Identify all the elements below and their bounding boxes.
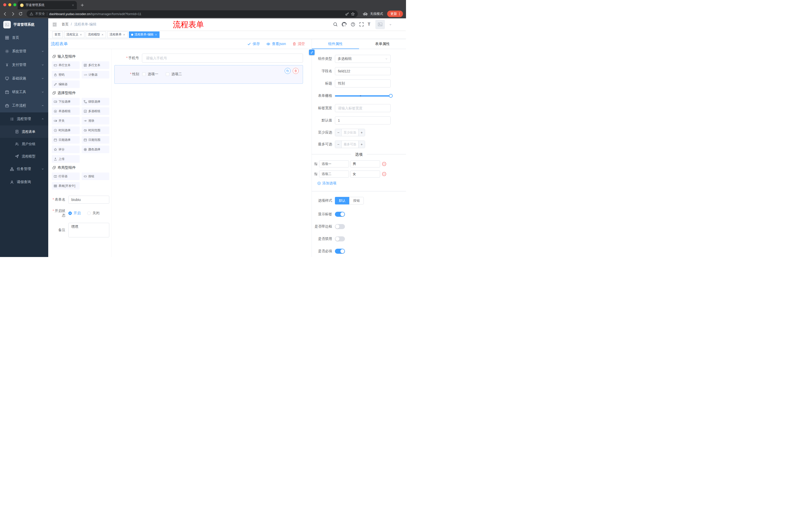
slider-handle[interactable] [389,94,393,98]
window-minimize-button[interactable] [8,3,11,6]
clear-button[interactable]: 清空 [292,42,305,46]
increase-button[interactable]: + [358,129,365,136]
sidebar-item-infrastructure[interactable]: 基础设施 [0,72,48,85]
sidebar-item-payment[interactable]: 支付管理 [0,58,48,72]
tag-process-model[interactable]: 流程模型 [86,31,106,38]
drag-handle-icon[interactable] [314,162,318,166]
default-value-input[interactable] [335,116,391,125]
bookmark-star-icon[interactable] [351,12,355,16]
decrease-button[interactable]: − [335,129,342,136]
tab-form-props[interactable]: 表单属性 [359,39,406,49]
sidebar-item-process-model[interactable]: 流程模型 [0,150,48,162]
field-name-input[interactable] [335,67,391,75]
tag-process-definition[interactable]: 流程定义 [64,31,84,38]
forward-button[interactable] [11,12,15,16]
chip-editor[interactable]: 编辑器 [52,80,80,88]
chip-rate[interactable]: 评分 [52,145,80,153]
option-value-input[interactable] [350,170,380,178]
chip-slider[interactable]: 滑块 [82,117,110,125]
grid-slider[interactable] [335,92,391,100]
remove-option-button[interactable] [382,172,386,176]
form-name-input[interactable] [68,196,109,204]
chip-upload[interactable]: 上传 [52,155,80,163]
sidebar-item-task-management[interactable]: 任务管理 [0,162,48,175]
fullscreen-icon[interactable] [359,22,364,27]
help-icon[interactable] [351,22,355,27]
chip-multi-line-text[interactable]: 多行文本 [82,61,110,69]
show-label-switch[interactable] [335,212,345,217]
chip-password[interactable]: 密码 [52,71,80,78]
reload-button[interactable] [19,12,23,16]
decrease-button[interactable]: − [335,141,342,148]
tag-close-icon[interactable] [80,33,82,36]
required-switch[interactable] [335,249,345,254]
chip-time-range[interactable]: 时间范围 [82,127,110,134]
chip-select[interactable]: 下拉选择 [52,98,80,105]
option-value-input[interactable] [350,160,380,167]
remove-option-button[interactable] [382,162,386,166]
sidebar-item-workflow[interactable]: 工作流程 [0,99,48,112]
tag-close-icon[interactable] [155,33,157,36]
label-width-input[interactable] [335,104,391,112]
update-button[interactable]: 更新 [387,10,403,17]
tag-process-form[interactable]: 流程表单 [107,31,127,38]
component-type-select[interactable]: 多选框组 [335,55,391,63]
github-icon[interactable] [342,22,347,27]
tag-process-form-edit[interactable]: 流程表单-编辑 [129,31,160,38]
browser-tab[interactable]: 芋道管理系统 [18,1,77,9]
new-tab-button[interactable] [80,3,84,7]
address-bar[interactable]: 不安全 dashboard.yudao.iocoder.cn/bpm/manag… [27,10,358,17]
chip-single-line-text[interactable]: 单行文本 [52,61,80,69]
option-label-input[interactable] [319,170,349,178]
form-canvas[interactable]: *手机号 *性别 [112,49,312,257]
radio-closed[interactable]: 关闭 [87,211,99,216]
checkbox-option-2[interactable]: 选项二 [166,72,182,77]
sidebar-item-leave-query[interactable]: 请假查询 [0,175,48,189]
option-label-input[interactable] [319,160,349,167]
style-button-button[interactable]: 按钮 [349,197,364,205]
breadcrumb-home[interactable]: 首页 [62,22,68,27]
chip-switch[interactable]: 开关 [52,117,80,125]
tag-close-icon[interactable] [101,33,104,36]
style-default-button[interactable]: 默认 [335,197,349,205]
font-size-icon[interactable]: T [368,22,370,27]
window-zoom-button[interactable] [13,3,16,6]
copy-field-button[interactable] [285,68,291,74]
chip-counter[interactable]: 计数器 [82,71,110,78]
password-key-icon[interactable] [345,12,349,16]
border-switch[interactable] [335,224,345,229]
delete-field-button[interactable] [293,68,299,74]
sidebar-item-process-management[interactable]: 流程管理 [0,112,48,126]
sidebar-item-dev-tools[interactable]: 研发工具 [0,85,48,99]
view-json-button[interactable]: 查看json [266,42,286,46]
chip-time-picker[interactable]: 时间选择 [52,127,80,134]
chip-radio-group[interactable]: 单选框组 [52,107,80,115]
sidebar-item-user-group[interactable]: 用户分组 [0,138,48,150]
sidebar-item-home[interactable]: 首页 [0,31,48,45]
tab-component-props[interactable]: 组件属性 [312,39,359,49]
min-select-input[interactable] [342,129,358,136]
avatar[interactable] [375,20,385,29]
tag-close-icon[interactable] [123,33,125,36]
add-option-button[interactable]: 添加选项 [317,181,337,186]
chip-cascader[interactable]: 级联选择 [82,98,110,105]
chip-row-container[interactable]: 行容器 [52,172,80,180]
tag-home[interactable]: 首页 [52,31,63,38]
checkbox-option-1[interactable]: 选项一 [142,72,158,77]
chip-date-range[interactable]: 日期范围 [82,136,110,143]
save-button[interactable]: 保存 [247,42,260,46]
phone-field-row[interactable]: *手机号 [114,54,303,63]
disabled-switch[interactable] [335,236,345,241]
browser-menu-icon[interactable] [398,12,401,16]
link-badge[interactable] [309,50,315,55]
tab-close-icon[interactable] [71,4,75,6]
back-button[interactable] [3,12,7,16]
chip-date-picker[interactable]: 日期选择 [52,136,80,143]
increase-button[interactable]: + [358,141,365,148]
search-icon[interactable] [333,22,338,27]
chip-button[interactable]: 按钮 [82,172,110,180]
form-remark-textarea[interactable]: 嘿嘿 [68,223,109,237]
sidebar-item-system[interactable]: 系统管理 [0,45,48,58]
selected-gender-field[interactable]: *性别 选项一 选项二 [114,65,303,84]
chip-checkbox-group[interactable]: 多选框组 [82,107,110,115]
